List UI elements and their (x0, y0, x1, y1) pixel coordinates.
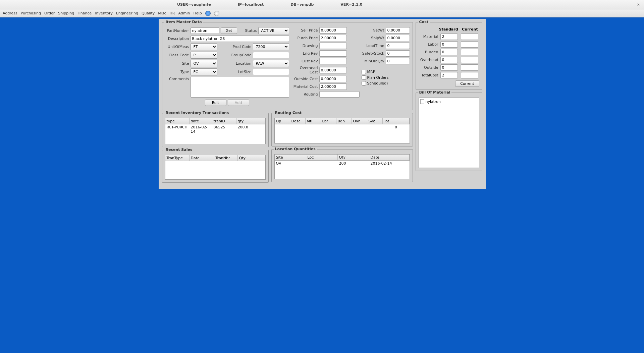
std-burden[interactable] (440, 49, 458, 55)
lbl-purchprice: Purch Price (292, 36, 318, 40)
refresh-icon[interactable] (214, 11, 219, 16)
cur-total[interactable] (461, 72, 478, 78)
locqty-table[interactable]: Site Loc Qty Date OV 200 2016-02-14 (274, 154, 410, 179)
app-window: Item Master Data PartNumber Get Status A… (159, 19, 486, 189)
col-type: type (165, 118, 190, 124)
sales-table[interactable]: TranType Date TranNbr Qty (165, 155, 266, 180)
item-master-panel: Item Master Data PartNumber Get Status A… (162, 22, 413, 110)
window-title-bar: USER=vaughnte IP=localhost DB=vmpdb VER=… (0, 0, 644, 9)
col-op: Op (275, 118, 290, 124)
hdr-current: Current (461, 27, 479, 32)
col-ovh: Ovh (352, 118, 367, 124)
mrp-checkbox[interactable] (362, 70, 366, 74)
site-select[interactable]: OV (191, 60, 217, 67)
description-input[interactable] (191, 36, 289, 42)
minordqty-input[interactable] (386, 58, 410, 64)
lbl-scheduled: Scheduled? (367, 81, 388, 85)
menu-quality[interactable]: Quality (142, 11, 155, 15)
lbl-totalcost: TotalCost (420, 73, 438, 77)
comments-input[interactable] (191, 77, 289, 98)
menu-engineering[interactable]: Engineering (116, 11, 138, 15)
cur-outside[interactable] (461, 64, 478, 71)
lotsize-input[interactable] (253, 69, 289, 75)
menu-purchasing[interactable]: Purchasing (21, 11, 41, 15)
menu-misc[interactable]: Misc (158, 11, 166, 15)
leadtime-input[interactable] (386, 43, 410, 49)
safetystock-input[interactable] (386, 50, 410, 57)
shipwt-input[interactable] (386, 35, 410, 41)
overheadcost-input[interactable] (319, 67, 347, 73)
type-select[interactable]: FG (191, 68, 217, 75)
info-user: USER=vaughnte (177, 2, 211, 7)
info-db: DB=vmpdb (290, 2, 314, 7)
routing-table[interactable]: Op Desc Mtl Lbr Bdn Ovh Svc Tot 0 (274, 118, 410, 143)
routing-input[interactable] (319, 91, 360, 98)
panel-title: Recent Sales (164, 148, 194, 152)
col-trantype: TranType (165, 155, 190, 161)
drawing-input[interactable] (319, 43, 347, 49)
status-select[interactable]: ACTIVE (258, 27, 289, 34)
lbl-materialcost: Material Cost (292, 84, 318, 89)
cur-overhead[interactable] (461, 57, 478, 63)
table-row[interactable]: RCT-PURCH 2016-02-14 86525 200.0 (165, 124, 265, 134)
info-ver: VER=2.1.0 (340, 2, 362, 7)
add-button: Add (228, 100, 249, 106)
bom-panel: Bill Of Material nylatron (416, 93, 482, 171)
lbl-leadtime: LeadTime (362, 44, 384, 48)
cur-labor[interactable] (461, 41, 478, 48)
custrev-input[interactable] (319, 58, 347, 64)
edit-button[interactable]: Edit (205, 100, 226, 106)
current-button[interactable]: Current (455, 80, 479, 87)
netwt-input[interactable] (386, 27, 410, 34)
materialcost-input[interactable] (319, 83, 347, 90)
std-labor[interactable] (440, 41, 458, 48)
menu-finance[interactable]: Finance (77, 11, 92, 15)
lbl-planorders: Plan Orders (367, 75, 389, 80)
cur-burden[interactable] (461, 49, 478, 55)
groupcode-input[interactable] (253, 52, 289, 58)
close-icon[interactable]: × (636, 2, 641, 7)
menu-address[interactable]: Address (3, 11, 17, 15)
uom-select[interactable]: FT (191, 43, 217, 50)
bom-tree[interactable]: nylatron (419, 98, 479, 168)
std-material[interactable] (440, 34, 458, 40)
planorders-checkbox[interactable] (362, 75, 366, 80)
purchprice-input[interactable] (319, 35, 347, 41)
location-select[interactable]: RAW (253, 60, 289, 67)
menu-admin[interactable]: Admin (178, 11, 190, 15)
col-loc: Loc (306, 155, 338, 160)
get-button[interactable]: Get (221, 27, 237, 34)
menu-hr[interactable]: HR (170, 11, 175, 15)
bom-root[interactable]: nylatron (426, 100, 441, 104)
lbl-shipwt: ShipWt (362, 36, 384, 40)
table-row[interactable]: OV 200 2016-02-14 (275, 161, 410, 166)
sellprice-input[interactable] (319, 27, 347, 34)
hdr-standard: Standard (439, 27, 458, 32)
menu-order[interactable]: Order (44, 11, 55, 15)
menu-help[interactable]: Help (194, 11, 202, 15)
col-svc: Svc (367, 118, 383, 124)
menu-shipping[interactable]: Shipping (58, 11, 74, 15)
menu-bar: Address Purchasing Order Shipping Financ… (0, 9, 644, 17)
std-outside[interactable] (440, 64, 458, 71)
inv-trans-panel: Recent Inventory Transactions type date … (162, 113, 269, 147)
panel-title: Item Master Data (164, 20, 203, 24)
lbl-type: Type (165, 70, 189, 74)
back-icon[interactable] (205, 11, 211, 16)
outsidecost-input[interactable] (319, 76, 347, 82)
scheduled-checkbox[interactable] (362, 81, 366, 85)
engrev-input[interactable] (319, 50, 347, 57)
cur-material[interactable] (461, 34, 478, 40)
inv-trans-table[interactable]: type date tranID qty RCT-PURCH 2016-02-1… (165, 118, 266, 144)
classcode-select[interactable]: P (191, 52, 217, 59)
prodcode-select[interactable]: 7200 (253, 43, 289, 50)
panel-title: Recent Inventory Transactions (164, 111, 230, 115)
lbl-status: Status (240, 28, 257, 33)
std-total[interactable] (440, 72, 458, 78)
partnumber-input[interactable] (191, 27, 219, 34)
sales-panel: Recent Sales TranType Date TranNbr Qty (162, 150, 269, 183)
menu-inventory[interactable]: Inventory (95, 11, 113, 15)
lbl-engrev: Eng Rev (292, 51, 318, 56)
std-overhead[interactable] (440, 57, 458, 63)
lbl-location: Location (229, 61, 252, 66)
